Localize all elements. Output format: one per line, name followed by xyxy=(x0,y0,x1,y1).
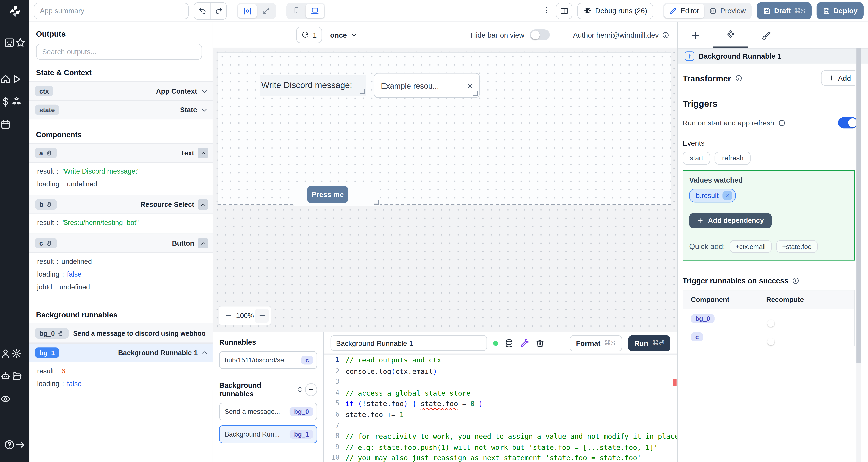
text-component[interactable]: Write Discord message: xyxy=(259,75,367,96)
sidebar-item-eye[interactable] xyxy=(0,393,11,404)
run-on-start-row: Run on start and app refresh xyxy=(683,117,860,128)
sidebar-item-user[interactable] xyxy=(0,348,11,359)
centered-layout-toggle[interactable] xyxy=(238,4,257,18)
collapse-button[interactable] xyxy=(198,199,208,209)
line-number: 7 xyxy=(324,420,345,431)
runnable-name-input[interactable] xyxy=(331,335,487,351)
property-value: undefined xyxy=(67,180,97,188)
app-summary-input[interactable] xyxy=(34,2,189,19)
sidebar-item-play[interactable] xyxy=(11,73,22,85)
sidebar-item-home[interactable] xyxy=(0,73,11,85)
database-icon[interactable] xyxy=(504,338,514,348)
resize-handle[interactable] xyxy=(361,89,366,94)
info-icon xyxy=(792,277,800,284)
output-row-state[interactable]: stateState xyxy=(29,101,213,120)
frequency-dropdown[interactable]: once xyxy=(330,31,358,39)
add-transformer-button[interactable]: Add xyxy=(821,70,858,86)
draft-button[interactable]: Draft ⌘S xyxy=(757,2,811,19)
event-pill-refresh: refresh xyxy=(715,152,751,165)
scrollbar[interactable] xyxy=(856,48,861,462)
more-menu-button[interactable] xyxy=(541,6,551,16)
quick-add-pill[interactable]: +ctx.email xyxy=(730,240,772,253)
sidebar-item-settings[interactable] xyxy=(11,348,22,359)
run-on-start-toggle[interactable] xyxy=(838,117,858,128)
sidebar-item-folder-open[interactable] xyxy=(11,371,22,382)
component-id-badge[interactable]: c xyxy=(35,238,57,249)
centered-layout-icon xyxy=(243,6,252,15)
close-icon[interactable] xyxy=(466,81,474,89)
deploy-button[interactable]: Deploy xyxy=(816,2,864,19)
runnables-panel: Runnables hub/1511/discord/se...c Backgr… xyxy=(213,332,324,462)
code-area[interactable]: 1// read outputs and ctx2console.log(ctx… xyxy=(324,354,677,462)
add-dependency-button[interactable]: Add dependency xyxy=(689,213,772,229)
collapse-button[interactable] xyxy=(198,238,208,249)
zoom-out-button[interactable] xyxy=(221,308,235,323)
trash-icon[interactable] xyxy=(535,338,545,348)
tab-theme[interactable] xyxy=(748,22,784,48)
tab-component-settings[interactable] xyxy=(713,22,748,48)
debug-runs-button[interactable]: Debug runs (26) xyxy=(578,2,653,19)
windmill-logo[interactable] xyxy=(8,5,21,18)
component-row-b[interactable]: bResource Select xyxy=(29,195,213,214)
component-row-c[interactable]: cButton xyxy=(29,233,213,253)
zoom-in-button[interactable] xyxy=(255,308,269,323)
app-canvas[interactable]: Write Discord message: Example resou... … xyxy=(213,48,677,332)
wand-icon[interactable] xyxy=(520,338,529,348)
resize-handle[interactable] xyxy=(473,91,478,96)
sidebar-item-arrow-right[interactable] xyxy=(15,439,26,450)
tab-preview[interactable]: Preview xyxy=(704,4,751,18)
component-id-badge[interactable]: b xyxy=(35,199,57,209)
line-content: // you may also just reassign as next st… xyxy=(345,453,641,462)
component-id-badge[interactable]: a xyxy=(35,148,57,158)
component-row-a[interactable]: aText xyxy=(29,143,213,163)
output-id-badge[interactable]: state xyxy=(35,105,59,115)
sidebar-item-help-circle[interactable] xyxy=(4,439,15,450)
property-key: jobId xyxy=(37,283,52,291)
sidebar-item-cubes[interactable] xyxy=(11,96,22,107)
resize-handle[interactable] xyxy=(374,200,379,205)
quick-add-row: Quick add: +ctx.email+state.foo xyxy=(689,240,848,253)
quick-add-pill[interactable]: +state.foo xyxy=(776,240,817,253)
press-me-button[interactable]: Press me xyxy=(307,186,348,203)
smartphone-icon xyxy=(292,7,301,15)
format-button[interactable]: Format ⌘S xyxy=(569,335,622,351)
run-button[interactable]: Run ⌘⏎ xyxy=(628,335,670,351)
scrollbar-thumb[interactable] xyxy=(856,48,861,363)
collapse-button[interactable] xyxy=(198,148,208,158)
output-row-ctx[interactable]: ctxApp Context xyxy=(29,81,213,101)
mobile-view-toggle[interactable] xyxy=(287,4,306,18)
sidebar-item-apps[interactable] xyxy=(4,37,15,48)
component-settings-panel: f Background Runnable 1 Transformer Add … xyxy=(677,22,868,462)
resource-select-component[interactable]: Example resou... xyxy=(374,73,480,98)
undo-button[interactable] xyxy=(194,2,210,19)
app-page[interactable]: Write Discord message: Example resou... … xyxy=(218,52,672,205)
background-runnable-row-bg_0[interactable]: bg_0Send a message to discord using webh… xyxy=(29,324,213,343)
redo-button[interactable] xyxy=(210,2,226,19)
sidebar-item-dollar[interactable] xyxy=(0,96,11,107)
runnable-card[interactable]: hub/1511/discord/se...c xyxy=(219,351,317,369)
sidebar-item-star[interactable] xyxy=(15,37,26,48)
runnable-card[interactable]: Background Run...bg_1 xyxy=(219,425,317,443)
background-runnable-row-bg_1[interactable]: bg_1Background Runnable 1 xyxy=(29,343,213,362)
transformer-title: Transformer xyxy=(683,73,742,83)
fullwidth-layout-toggle[interactable] xyxy=(257,4,275,18)
tab-editor[interactable]: Editor xyxy=(664,4,704,18)
background-runnable-badge[interactable]: bg_0 xyxy=(35,328,69,338)
output-id-badge[interactable]: ctx xyxy=(35,86,54,96)
add-background-runnable-button[interactable] xyxy=(305,383,317,396)
remove-dependency-button[interactable] xyxy=(722,191,733,200)
tab-insert-component[interactable] xyxy=(678,22,713,48)
refresh-button[interactable]: 1 xyxy=(296,27,322,43)
runnable-card-label: Background Run... xyxy=(225,430,280,438)
runnable-card[interactable]: Send a message...bg_0 xyxy=(219,403,317,421)
sidebar-item-robot[interactable] xyxy=(0,371,11,382)
component-type-label: Resource Select xyxy=(141,201,194,208)
background-runnable-badge[interactable]: bg_1 xyxy=(35,348,59,358)
docs-button[interactable] xyxy=(556,2,572,19)
search-outputs-input[interactable] xyxy=(36,44,202,60)
table-row: c xyxy=(683,328,854,346)
sidebar-item-calendar[interactable] xyxy=(0,119,11,130)
hide-bar-toggle[interactable] xyxy=(530,29,550,40)
outputs-title: Outputs xyxy=(36,29,213,38)
desktop-view-toggle[interactable] xyxy=(306,4,324,18)
